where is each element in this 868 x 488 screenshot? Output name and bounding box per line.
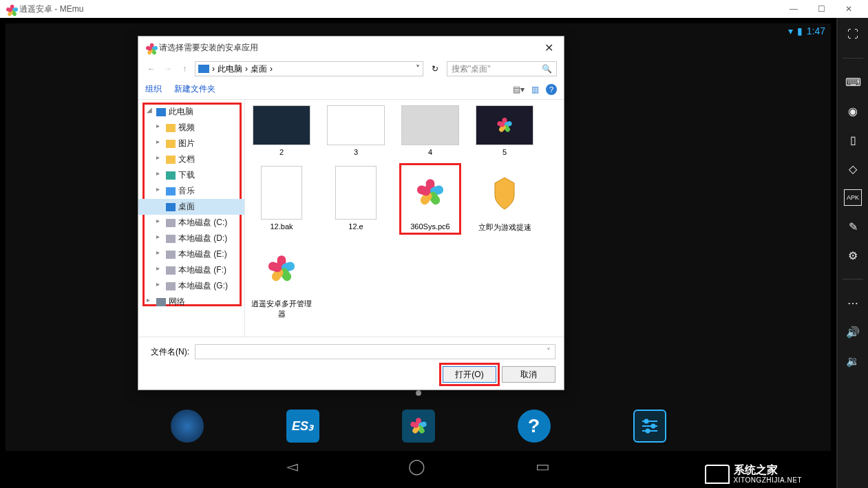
- dialog-title: 请选择需要安装的安卓应用: [159, 42, 258, 54]
- tree-item-music[interactable]: ▸音乐: [138, 183, 244, 199]
- search-input[interactable]: 搜索"桌面" 🔍: [447, 61, 557, 76]
- help-icon[interactable]: ?: [546, 84, 557, 95]
- minimize-button[interactable]: —: [780, 0, 807, 18]
- file-item[interactable]: 5: [474, 105, 536, 156]
- breadcrumb-chevron: ›: [270, 64, 273, 74]
- settings-app[interactable]: [633, 410, 666, 443]
- tree-item-documents[interactable]: ▸文档: [138, 151, 244, 167]
- breadcrumb-chevron: ›: [212, 64, 215, 74]
- tree-item-network[interactable]: ▸网络: [138, 294, 244, 310]
- fullscreen-icon[interactable]: ⛶: [844, 26, 862, 43]
- android-dock: ES₃ ?: [6, 401, 831, 451]
- tree-item-drive-d[interactable]: ▸本地磁盘 (D:): [138, 231, 244, 246]
- market-app[interactable]: [402, 410, 435, 443]
- window-titlebar: 逍遥安卓 - MEmu — ☐ ✕: [0, 0, 868, 18]
- open-button[interactable]: 打开(O): [443, 366, 496, 383]
- breadcrumb-chevron: ›: [245, 64, 248, 74]
- back-button[interactable]: ◅: [286, 458, 298, 476]
- tree-item-drive-g[interactable]: ▸本地磁盘 (G:): [138, 278, 244, 294]
- apk-icon[interactable]: APK: [844, 189, 862, 206]
- nav-forward-button[interactable]: →: [162, 64, 174, 74]
- file-item[interactable]: 12.e: [325, 166, 387, 233]
- watermark-logo-icon: [705, 465, 730, 484]
- dialog-nav: ← → ↑ › 此电脑 › 桌面 › ˅ ↻ 搜索"桌面" 🔍: [138, 59, 564, 79]
- view-mode-button[interactable]: ▤▾: [513, 85, 525, 94]
- nav-back-button[interactable]: ←: [145, 64, 158, 74]
- file-item[interactable]: 4: [399, 105, 461, 156]
- volume-down-icon[interactable]: 🔉: [844, 352, 862, 369]
- dialog-logo-icon: [145, 43, 155, 52]
- android-statusbar: ▾ ▮ 1:47: [788, 23, 831, 39]
- filename-label: 文件名(N):: [147, 346, 189, 358]
- watermark: 系统之家 XITONGZHIJIA.NET: [705, 464, 803, 484]
- memu-sidebar: ⛶ ⌨ ◉ ▯ ◇ APK ✎ ⚙ ⋯ 🔊 🔉: [836, 18, 868, 488]
- file-item[interactable]: 3: [325, 105, 387, 156]
- rotate-icon[interactable]: ◇: [844, 160, 862, 177]
- dialog-toolbar: 组织 新建文件夹 ▤▾ ▥ ?: [138, 79, 564, 100]
- file-item[interactable]: 逍遥安卓多开管理器: [251, 242, 313, 319]
- cancel-button[interactable]: 取消: [502, 366, 555, 383]
- tree-root[interactable]: ◢此电脑: [138, 104, 244, 120]
- dialog-close-button[interactable]: ✕: [540, 41, 557, 54]
- dialog-titlebar: 请选择需要安装的安卓应用 ✕: [138, 36, 564, 59]
- keyboard-icon[interactable]: ⌨: [844, 74, 862, 90]
- more-icon[interactable]: ⋯: [844, 295, 862, 311]
- newfolder-button[interactable]: 新建文件夹: [174, 83, 215, 95]
- svg-point-5: [646, 429, 649, 433]
- files-app[interactable]: ES₃: [286, 410, 319, 443]
- search-icon: 🔍: [542, 64, 552, 74]
- window-title: 逍遥安卓 - MEmu: [19, 3, 83, 15]
- tree-item-drive-f[interactable]: ▸本地磁盘 (F:): [138, 262, 244, 278]
- folder-tree: ◢此电脑 ▸视频 ▸图片 ▸文档 ▸下载 ▸音乐 桌面 ▸本地磁盘 (C:) ▸…: [138, 100, 245, 337]
- tree-item-downloads[interactable]: ▸下载: [138, 167, 244, 183]
- file-item-selected[interactable]: 360Sys.pc6: [399, 166, 461, 233]
- browser-app[interactable]: [171, 410, 204, 443]
- svg-point-3: [644, 420, 648, 423]
- help-app[interactable]: ?: [518, 410, 551, 443]
- breadcrumb-current[interactable]: 桌面: [251, 63, 267, 75]
- file-list: 2 3 4 5 12.bak 12.e 360Sys.pc6 立即为游戏提速 逍…: [245, 100, 564, 337]
- nav-up-button[interactable]: ↑: [178, 64, 191, 74]
- recents-button[interactable]: ▭: [536, 458, 550, 476]
- settings-icon[interactable]: ⚙: [844, 247, 862, 264]
- page-indicator: [416, 390, 421, 396]
- close-button[interactable]: ✕: [835, 0, 862, 18]
- battery-icon: ▮: [797, 25, 803, 36]
- home-button[interactable]: ◯: [408, 458, 425, 476]
- svg-point-4: [651, 425, 655, 428]
- tree-item-pictures[interactable]: ▸图片: [138, 136, 244, 151]
- path-dropdown-icon[interactable]: ˅: [416, 64, 420, 74]
- tree-item-drive-e[interactable]: ▸本地磁盘 (E:): [138, 246, 244, 262]
- tree-item-desktop[interactable]: 桌面: [138, 199, 244, 215]
- preview-pane-button[interactable]: ▥: [531, 85, 539, 94]
- tree-item-drive-c[interactable]: ▸本地磁盘 (C:): [138, 215, 244, 231]
- organize-button[interactable]: 组织: [145, 83, 162, 95]
- camera-icon[interactable]: ◉: [844, 103, 862, 119]
- clean-icon[interactable]: ✎: [844, 218, 862, 235]
- file-open-dialog: 请选择需要安装的安卓应用 ✕ ← → ↑ › 此电脑 › 桌面 › ˅ ↻ 搜索…: [138, 36, 564, 390]
- maximize-button[interactable]: ☐: [807, 0, 835, 18]
- breadcrumb-root[interactable]: 此电脑: [218, 63, 242, 75]
- tree-item-videos[interactable]: ▸视频: [138, 120, 244, 136]
- volume-up-icon[interactable]: 🔊: [844, 323, 862, 340]
- phone-icon[interactable]: ▯: [844, 131, 862, 148]
- refresh-button[interactable]: ↻: [427, 64, 443, 74]
- pc-icon: [198, 65, 209, 73]
- file-item[interactable]: 12.bak: [251, 166, 313, 233]
- breadcrumb[interactable]: › 此电脑 › 桌面 › ˅: [195, 61, 423, 76]
- clock: 1:47: [807, 25, 825, 36]
- app-logo-icon: [6, 4, 15, 14]
- wifi-icon: ▾: [788, 25, 793, 36]
- dialog-footer: 文件名(N): ˅ 打开(O) 取消: [138, 337, 564, 390]
- filename-input[interactable]: ˅: [195, 344, 555, 359]
- file-item[interactable]: 2: [251, 105, 313, 156]
- file-item[interactable]: 立即为游戏提速: [474, 166, 536, 233]
